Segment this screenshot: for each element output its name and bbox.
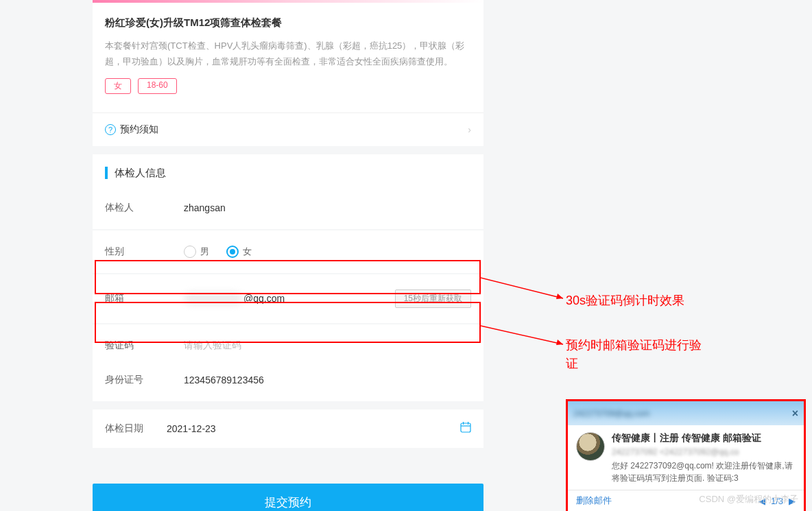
name-row: 体检人 zhangsan — [93, 187, 483, 229]
radio-icon-selected — [226, 246, 239, 258]
help-icon: ? — [105, 124, 116, 135]
radio-male[interactable]: 男 — [184, 246, 209, 258]
id-row: 身份证号 123456789123456 — [93, 367, 483, 401]
gender-row: 性别 男 女 — [93, 230, 483, 273]
popup-title: 传智健康丨注册 传智健康 邮箱验证 — [612, 432, 796, 444]
svg-rect-3 — [468, 422, 468, 425]
section-accent — [105, 167, 108, 179]
id-label: 身份证号 — [105, 374, 184, 386]
section-title: 体检人信息 — [115, 167, 166, 180]
radio-female-label: 女 — [243, 246, 252, 258]
code-input[interactable]: 请输入验证码 — [184, 340, 471, 352]
notice-label: 预约须知 — [120, 123, 158, 136]
booking-notice-row[interactable]: ? 预约须知 › — [93, 112, 483, 146]
svg-marker-5 — [556, 294, 563, 299]
delete-mail-link[interactable]: 删除邮件 — [576, 495, 612, 507]
date-label: 体检日期 — [105, 423, 167, 435]
name-value: zhangsan — [184, 202, 471, 213]
countdown-button[interactable]: 15秒后重新获取 — [395, 289, 471, 308]
code-row: 验证码 请输入验证码 — [93, 324, 483, 367]
package-tags: 女 18-60 — [105, 78, 471, 94]
popup-header-email: 242273709@qq.com — [573, 409, 650, 418]
radio-icon — [184, 246, 196, 258]
svg-line-4 — [481, 278, 563, 298]
avatar — [576, 432, 605, 461]
calendar-icon — [460, 422, 471, 436]
annotation-text-2: 预约时邮箱验证码进行验证 — [566, 336, 703, 373]
package-description: 本套餐针对宫颈(TCT检查、HPV人乳头瘤病毒筛查)、乳腺（彩超，癌抗125），… — [105, 38, 471, 70]
annotation-text-1: 30s验证码倒计时效果 — [566, 292, 684, 310]
popup-sender: 2422737092 <2422737092@qq.co — [612, 447, 796, 457]
watermark: CSDN @爱编程的大李子 — [699, 493, 798, 506]
chevron-right-icon: › — [468, 124, 471, 135]
annotation-arrow-1 — [481, 274, 566, 302]
code-label: 验证码 — [105, 340, 184, 352]
date-row[interactable]: 体检日期 2021-12-23 — [93, 409, 483, 448]
radio-female[interactable]: 女 — [226, 246, 252, 258]
annotation-arrow-2 — [481, 322, 566, 350]
svg-rect-0 — [461, 423, 470, 432]
svg-rect-2 — [463, 422, 464, 425]
svg-marker-7 — [556, 340, 563, 345]
email-masked — [184, 292, 242, 305]
popup-body-text: 您好 2422737092@qq.com! 欢迎注册传智健康,请将验证码填写到注… — [612, 460, 796, 484]
radio-male-label: 男 — [200, 246, 209, 258]
svg-line-6 — [481, 326, 563, 344]
section-header: 体检人信息 — [93, 154, 483, 187]
id-value: 123456789123456 — [184, 375, 471, 385]
name-label: 体检人 — [105, 202, 184, 214]
package-title: 粉红珍爱(女)升级TM12项筛查体检套餐 — [105, 16, 471, 29]
tag-age: 18-60 — [138, 78, 177, 94]
package-info: 粉红珍爱(女)升级TM12项筛查体检套餐 本套餐针对宫颈(TCT检查、HPV人乳… — [93, 3, 483, 104]
tag-gender: 女 — [105, 78, 131, 94]
email-row: 邮箱 @qq.com 15秒后重新获取 — [93, 274, 483, 323]
email-suffix: @qq.com — [243, 293, 285, 304]
gender-label: 性别 — [105, 246, 184, 258]
date-value: 2021-12-23 — [167, 423, 216, 434]
booking-form: 粉红珍爱(女)升级TM12项筛查体检套餐 本套餐针对宫颈(TCT检查、HPV人乳… — [93, 0, 483, 448]
submit-button[interactable]: 提交预约 — [93, 484, 483, 511]
close-icon[interactable]: × — [792, 407, 798, 420]
email-label: 邮箱 — [105, 292, 184, 305]
